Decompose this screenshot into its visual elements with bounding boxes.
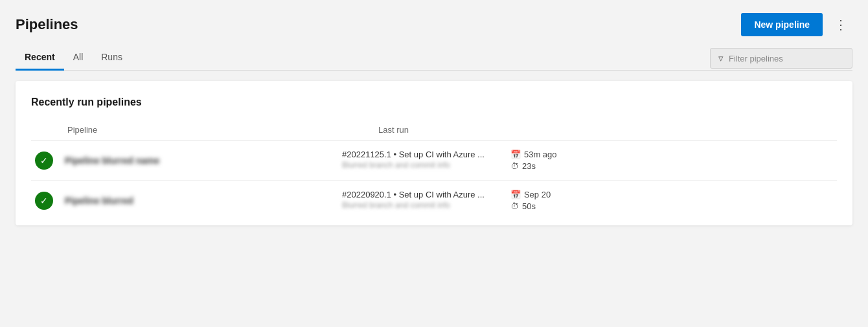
status-icon-2: ✓ bbox=[31, 192, 57, 210]
success-check-2: ✓ bbox=[35, 192, 53, 210]
more-options-button[interactable]: ⋮ bbox=[829, 14, 852, 35]
table-row[interactable]: ✓ Pipeline blurred #20220920.1 • Set up … bbox=[31, 181, 837, 220]
run-meta-1: 📅 53m ago ⏱ 23s bbox=[510, 150, 562, 171]
header-left: Pipelines bbox=[16, 16, 78, 33]
table-row[interactable]: ✓ Pipeline blurred name #20221125.1 • Se… bbox=[31, 141, 837, 181]
page-container: Pipelines New pipeline ⋮ Recent All Runs… bbox=[0, 0, 868, 327]
tab-runs[interactable]: Runs bbox=[92, 47, 131, 71]
card-title: Recently run pipelines bbox=[31, 96, 837, 108]
duration-value-2: 50s bbox=[522, 201, 536, 211]
table-header: Pipeline Last run bbox=[31, 120, 837, 141]
run-duration-1: ⏱ 23s bbox=[510, 161, 562, 171]
col-header-lastrun: Last run bbox=[378, 125, 837, 135]
run-duration-2: ⏱ 50s bbox=[510, 201, 562, 211]
tab-recent[interactable]: Recent bbox=[16, 47, 64, 71]
filter-icon: ▿ bbox=[718, 52, 724, 64]
status-icon-1: ✓ bbox=[31, 152, 57, 170]
pipeline-name-2: Pipeline blurred bbox=[65, 196, 133, 206]
clock-icon-2: ⏱ bbox=[510, 201, 519, 211]
run-subtitle-1: Blurred branch and commit info bbox=[342, 161, 485, 170]
run-time-ago-1: 📅 53m ago bbox=[510, 150, 562, 159]
success-check-1: ✓ bbox=[35, 152, 53, 170]
calendar-icon-1: 📅 bbox=[510, 150, 521, 159]
filter-placeholder: Filter pipelines bbox=[729, 54, 783, 63]
pipeline-lastrun-col-1: #20221125.1 • Set up CI with Azure ... B… bbox=[342, 150, 837, 171]
tabs-row: Recent All Runs ▿ Filter pipelines bbox=[16, 47, 852, 71]
time-ago-value-2: Sep 20 bbox=[524, 190, 551, 199]
recently-run-card: Recently run pipelines Pipeline Last run… bbox=[16, 81, 852, 225]
header-right: New pipeline ⋮ bbox=[741, 13, 852, 36]
tabs: Recent All Runs bbox=[16, 47, 131, 70]
pipeline-name-1: Pipeline blurred name bbox=[65, 155, 159, 166]
pipeline-name-col-2: Pipeline blurred bbox=[57, 195, 342, 207]
run-info-2: #20220920.1 • Set up CI with Azure ... B… bbox=[342, 190, 485, 210]
pipeline-lastrun-col-2: #20220920.1 • Set up CI with Azure ... B… bbox=[342, 190, 837, 211]
page-title: Pipelines bbox=[16, 16, 78, 33]
more-options-icon: ⋮ bbox=[834, 17, 847, 32]
pipeline-name-col-1: Pipeline blurred name bbox=[57, 155, 342, 166]
run-info-1: #20221125.1 • Set up CI with Azure ... B… bbox=[342, 150, 485, 170]
run-title-2: #20220920.1 • Set up CI with Azure ... bbox=[342, 190, 485, 199]
tab-all[interactable]: All bbox=[64, 47, 93, 71]
run-title-1: #20221125.1 • Set up CI with Azure ... bbox=[342, 150, 485, 159]
run-time-ago-2: 📅 Sep 20 bbox=[510, 190, 562, 199]
calendar-icon-2: 📅 bbox=[510, 190, 521, 199]
duration-value-1: 23s bbox=[522, 161, 536, 171]
filter-box[interactable]: ▿ Filter pipelines bbox=[710, 48, 852, 69]
header: Pipelines New pipeline ⋮ bbox=[16, 13, 852, 36]
clock-icon-1: ⏱ bbox=[510, 161, 519, 171]
run-meta-2: 📅 Sep 20 ⏱ 50s bbox=[510, 190, 562, 211]
run-subtitle-2: Blurred branch and commit info bbox=[342, 201, 485, 210]
new-pipeline-button[interactable]: New pipeline bbox=[741, 13, 823, 36]
col-header-pipeline: Pipeline bbox=[67, 125, 378, 135]
time-ago-value-1: 53m ago bbox=[524, 150, 557, 159]
